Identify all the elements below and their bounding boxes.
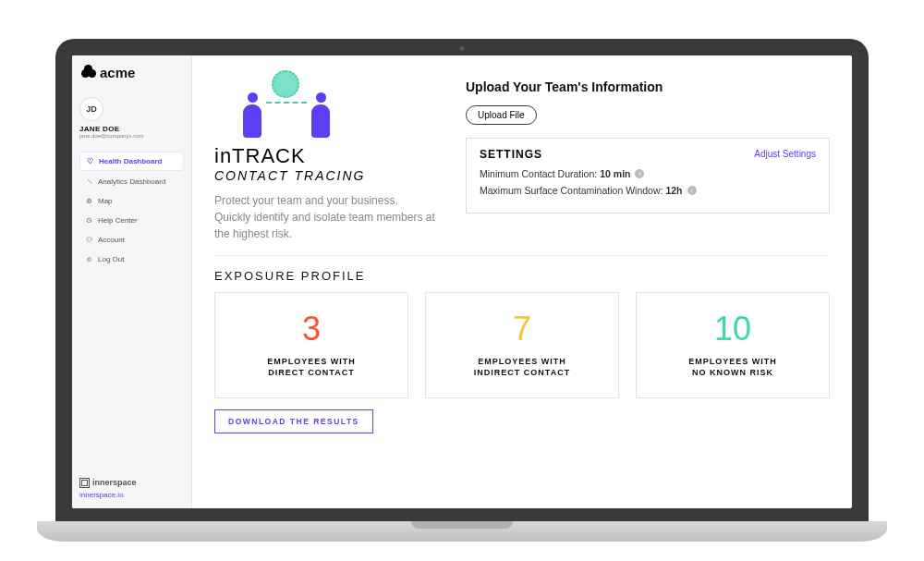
- nav-health-dashboard[interactable]: ♡ Health Dashboard: [79, 152, 184, 171]
- settings-panel: SETTINGS Adjust Settings Minimum Contact…: [466, 138, 830, 213]
- brand: innerspace: [79, 478, 184, 488]
- user-name: JANE DOE: [79, 125, 184, 133]
- map-icon: ⊚: [85, 197, 93, 205]
- nav-label: Help Center: [98, 216, 138, 225]
- info-icon[interactable]: i: [687, 186, 697, 195]
- sidebar-footer: innerspace innerspace.io: [79, 478, 184, 499]
- nav-label: Log Out: [98, 255, 124, 263]
- card-number: 3: [225, 310, 398, 348]
- exposure-cards: 3 EMPLOYEES WITH DIRECT CONTACT 7 EMPLOY…: [214, 292, 830, 398]
- upload-settings-column: Upload Your Team's Information Upload Fi…: [466, 70, 830, 242]
- setting-max-surface: Maximum Surface Contamination Window: 12…: [480, 185, 816, 196]
- person-icon: [310, 92, 331, 139]
- setting-value: 12h: [665, 185, 682, 196]
- setting-label: Maximum Surface Contamination Window:: [480, 185, 663, 196]
- setting-value: 10 min: [600, 168, 630, 179]
- card-label: EMPLOYEES WITH DIRECT CONTACT: [225, 356, 398, 379]
- sidebar: acme JD JANE DOE jane.doe@companyx.com ♡…: [72, 55, 192, 508]
- heart-icon: ♡: [86, 157, 94, 165]
- nav-label: Map: [98, 197, 113, 205]
- nav-map[interactable]: ⊚ Map: [79, 192, 184, 210]
- logout-icon: ⎋: [85, 255, 93, 263]
- user-email: jane.doe@companyx.com: [79, 133, 184, 139]
- card-label: EMPLOYEES WITH NO KNOWN RISK: [646, 356, 820, 379]
- laptop-base: [37, 521, 887, 542]
- card-number: 10: [646, 310, 820, 348]
- nav-label: Account: [98, 236, 125, 244]
- person-icon: [242, 92, 262, 139]
- hero-description: Protect your team and your business. Qui…: [214, 192, 436, 242]
- screen-bezel: acme JD JANE DOE jane.doe@companyx.com ♡…: [55, 39, 869, 521]
- settings-title: SETTINGS: [480, 148, 542, 161]
- upper-section: inTRACK CONTACT TRACING Protect your tea…: [214, 70, 830, 256]
- avatar[interactable]: JD: [79, 97, 103, 121]
- hero-title: inTRACK: [214, 144, 436, 168]
- adjust-settings-link[interactable]: Adjust Settings: [754, 149, 816, 159]
- analytics-icon: ⟍: [85, 177, 93, 186]
- laptop-frame: acme JD JANE DOE jane.doe@companyx.com ♡…: [55, 39, 869, 542]
- avatar-initials: JD: [86, 104, 97, 114]
- nav-account[interactable]: ⚇ Account: [79, 231, 184, 249]
- nav-label: Health Dashboard: [99, 157, 162, 165]
- main-content: inTRACK CONTACT TRACING Protect your tea…: [192, 55, 852, 508]
- logo-text: acme: [100, 65, 135, 80]
- download-results-button[interactable]: DOWNLOAD THE RESULTS: [214, 409, 373, 433]
- laptop-notch: [411, 521, 513, 529]
- dashed-line-icon: [266, 102, 307, 104]
- hero-block: inTRACK CONTACT TRACING Protect your tea…: [214, 70, 436, 242]
- card-number: 7: [435, 310, 609, 348]
- contact-tracing-illustration: [214, 70, 362, 139]
- card-direct-contact: 3 EMPLOYEES WITH DIRECT CONTACT: [214, 292, 408, 398]
- company-logo: acme: [79, 65, 184, 80]
- brand-name: innerspace: [92, 478, 137, 487]
- help-icon: ⊙: [85, 216, 93, 225]
- nav-help-center[interactable]: ⊙ Help Center: [79, 212, 184, 229]
- upload-title: Upload Your Team's Information: [466, 79, 830, 94]
- logo-icon: [81, 65, 96, 79]
- nav-analytics-dashboard[interactable]: ⟍ Analytics Dashboard: [79, 173, 184, 190]
- card-no-known-risk: 10 EMPLOYEES WITH NO KNOWN RISK: [636, 292, 830, 398]
- nav-log-out[interactable]: ⎋ Log Out: [79, 250, 184, 268]
- account-icon: ⚇: [85, 236, 93, 244]
- virus-icon: [272, 70, 299, 98]
- setting-label: Minimum Contact Duration:: [480, 168, 597, 179]
- nav-label: Analytics Dashboard: [98, 177, 165, 186]
- settings-header: SETTINGS Adjust Settings: [480, 148, 816, 161]
- brand-link[interactable]: innerspace.io: [79, 491, 184, 499]
- upload-file-button[interactable]: Upload File: [466, 105, 537, 125]
- card-indirect-contact: 7 EMPLOYEES WITH INDIRECT CONTACT: [425, 292, 619, 398]
- brand-icon: [79, 478, 90, 488]
- setting-min-contact: Minimum Contact Duration: 10 min i: [480, 168, 816, 179]
- camera-dot: [460, 46, 465, 51]
- hero-subtitle: CONTACT TRACING: [214, 168, 436, 183]
- exposure-profile-title: EXPOSURE PROFILE: [214, 269, 830, 283]
- card-label: EMPLOYEES WITH INDIRECT CONTACT: [435, 356, 609, 379]
- app-screen: acme JD JANE DOE jane.doe@companyx.com ♡…: [72, 55, 852, 508]
- info-icon[interactable]: i: [635, 169, 644, 178]
